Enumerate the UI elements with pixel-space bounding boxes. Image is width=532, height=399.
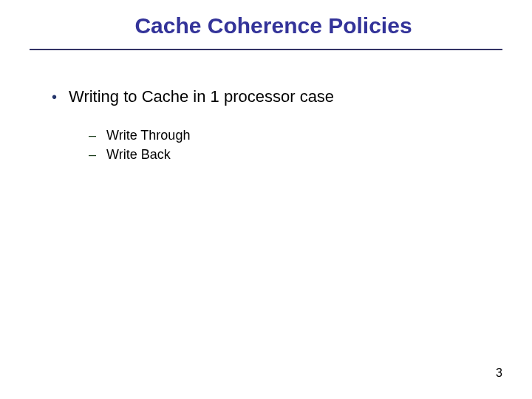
- dash-icon: –: [89, 127, 96, 143]
- dash-icon: –: [89, 146, 96, 163]
- bullet-item: • Writing to Cache in 1 processor case: [52, 87, 495, 106]
- title-underline: [30, 49, 502, 50]
- sub-text: Write Back: [106, 146, 171, 163]
- sub-item: – Write Through: [89, 127, 495, 143]
- sub-text: Write Through: [106, 127, 190, 143]
- sub-list: – Write Through – Write Back: [89, 127, 495, 163]
- bullet-dot-icon: •: [52, 87, 57, 106]
- slide-content: • Writing to Cache in 1 processor case –…: [52, 87, 495, 163]
- page-number: 3: [496, 366, 502, 380]
- bullet-text: Writing to Cache in 1 processor case: [69, 87, 334, 106]
- sub-item: – Write Back: [89, 146, 495, 163]
- slide-title: Cache Coherence Policies: [66, 13, 480, 49]
- slide-container: Cache Coherence Policies • Writing to Ca…: [0, 0, 532, 399]
